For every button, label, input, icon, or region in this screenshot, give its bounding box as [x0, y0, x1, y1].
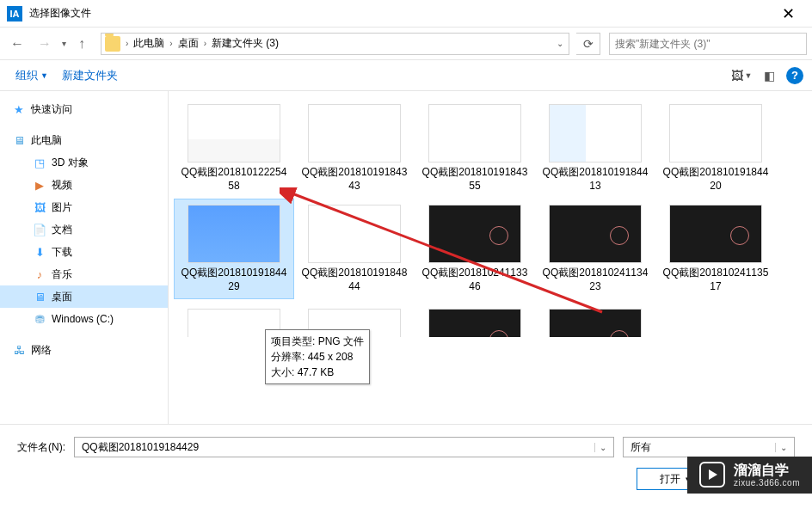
sidebar-item-music[interactable]: ♪音乐: [0, 263, 168, 285]
file-item[interactable]: QQ截图20181019184420: [655, 98, 776, 199]
recent-locations-button[interactable]: ▾: [60, 39, 66, 48]
sidebar-item-network[interactable]: 🖧 网络: [0, 339, 168, 361]
pc-icon: 🖥: [12, 133, 26, 147]
crumb-sep-icon: ›: [202, 39, 208, 48]
filename-label: 文件名(N):: [17, 440, 65, 455]
file-item[interactable]: QQ截图20181012225458: [174, 98, 294, 199]
filetype-combobox[interactable]: 所有 ⌄: [623, 437, 795, 457]
organize-button[interactable]: 组织▼: [9, 64, 55, 87]
sidebar-item-desktop[interactable]: 🖥桌面: [0, 285, 168, 308]
thumbnail-icon: [669, 104, 762, 163]
sidebar-item-downloads[interactable]: ⬇下载: [0, 241, 168, 263]
navbar: ← → ▾ ↑ › 此电脑 › 桌面 › 新建文件夹 (3) ⌄ ⟳: [0, 28, 812, 60]
thumbnail-icon: [549, 104, 642, 163]
sidebar-item-quick-access[interactable]: ★ 快速访问: [0, 98, 168, 120]
sidebar-item-documents[interactable]: 📄文档: [0, 218, 168, 241]
file-name: QQ截图20181024113346: [421, 267, 529, 293]
picture-icon: 🖼: [33, 200, 46, 214]
sidebar-item-videos[interactable]: ▶视频: [0, 174, 168, 196]
breadcrumb[interactable]: 新建文件夹 (3): [208, 36, 282, 51]
thumbnail-icon: [188, 104, 280, 163]
file-name: QQ截图20181019184844: [300, 267, 409, 293]
objects-icon: ◳: [33, 156, 46, 169]
sidebar-item-label: 下载: [52, 245, 72, 260]
file-name: QQ截图20181019184413: [541, 166, 649, 193]
sidebar-item-label: 桌面: [52, 290, 72, 304]
file-name: QQ截图20181019184343: [300, 166, 409, 193]
search-box[interactable]: [609, 33, 807, 55]
toolbar: 组织▼ 新建文件夹 🖼▼ ◧ ?: [0, 60, 812, 91]
sidebar-item-label: 快速访问: [31, 102, 72, 117]
search-input[interactable]: [615, 38, 801, 50]
file-item[interactable]: QQ截图20181019184429: [174, 199, 294, 299]
file-name: QQ截图20181012225458: [180, 166, 288, 193]
back-button[interactable]: ←: [5, 32, 29, 56]
titlebar: IA 选择图像文件 ✕: [0, 0, 812, 28]
breadcrumb[interactable]: 桌面: [175, 36, 202, 51]
sidebar-item-this-pc[interactable]: 🖥 此电脑: [0, 129, 168, 151]
play-icon: [699, 462, 725, 488]
network-icon: 🖧: [12, 343, 26, 357]
star-icon: ★: [12, 102, 26, 116]
file-grid: QQ截图20181012225458QQ截图20181019184343QQ截图…: [174, 98, 807, 299]
address-dropdown-icon[interactable]: ⌄: [555, 39, 565, 48]
music-icon: ♪: [33, 267, 46, 281]
preview-pane-icon[interactable]: ◧: [759, 65, 779, 86]
view-menu-icon[interactable]: 🖼▼: [731, 65, 752, 86]
filename-input[interactable]: [78, 441, 594, 453]
thumbnail-icon: [188, 205, 280, 263]
thumbnail-icon: [669, 205, 762, 263]
tooltip-line: 分辨率: 445 x 208: [271, 349, 364, 365]
window-title: 选择图像文件: [29, 6, 771, 21]
new-folder-button[interactable]: 新建文件夹: [55, 64, 125, 87]
close-button[interactable]: ✕: [771, 0, 805, 28]
file-item[interactable]: QQ截图20181019184343: [294, 98, 415, 199]
sidebar-item-label: Windows (C:): [52, 313, 114, 325]
file-item[interactable]: QQ截图20181019184844: [294, 199, 415, 299]
sidebar-item-label: 3D 对象: [52, 156, 89, 170]
watermark: 溜溜自学 zixue.3d66.com: [687, 457, 812, 494]
help-icon[interactable]: ?: [786, 67, 803, 84]
up-button[interactable]: ↑: [70, 32, 94, 56]
thumbnail-icon: [549, 205, 642, 263]
forward-button[interactable]: →: [33, 32, 57, 56]
folder-icon: [105, 36, 120, 52]
thumbnail-icon: [308, 205, 401, 263]
sidebar-item-label: 图片: [52, 200, 72, 215]
file-name: QQ截图20181024113517: [661, 267, 770, 293]
breadcrumb[interactable]: 此电脑: [130, 36, 168, 51]
app-icon: IA: [7, 6, 22, 21]
sidebar-item-label: 此电脑: [31, 133, 62, 148]
file-name: QQ截图20181019184420: [661, 166, 770, 193]
refresh-button[interactable]: ⟳: [576, 33, 600, 55]
tooltip-line: 项目类型: PNG 文件: [271, 334, 364, 349]
thumbnail-icon: [428, 104, 521, 163]
sidebar-item-label: 文档: [52, 223, 72, 237]
sidebar: ★ 快速访问 🖥 此电脑 ◳3D 对象 ▶视频 🖼图片 📄文档 ⬇下载 ♪音乐 …: [0, 91, 169, 424]
desktop-icon: 🖥: [33, 290, 46, 304]
filename-combobox[interactable]: ⌄: [74, 437, 614, 457]
file-item[interactable]: QQ截图20181024113517: [655, 199, 776, 299]
file-item[interactable]: [415, 303, 535, 337]
thumbnail-icon: [549, 309, 642, 337]
file-item[interactable]: QQ截图20181024113423: [535, 199, 655, 299]
thumbnail-icon: [428, 205, 521, 263]
thumbnail-icon: [308, 104, 401, 163]
file-item[interactable]: QQ截图20181024113346: [415, 199, 535, 299]
drive-icon: ⛃: [33, 312, 46, 326]
file-item[interactable]: [535, 303, 655, 337]
chevron-down-icon[interactable]: ⌄: [594, 443, 610, 452]
file-name: QQ截图20181019184355: [421, 166, 529, 193]
file-item[interactable]: QQ截图20181019184355: [415, 98, 535, 199]
sidebar-item-drive-c[interactable]: ⛃Windows (C:): [0, 308, 168, 330]
sidebar-item-3d-objects[interactable]: ◳3D 对象: [0, 151, 168, 174]
file-item[interactable]: QQ截图20181019184413: [535, 98, 655, 199]
sidebar-item-pictures[interactable]: 🖼图片: [0, 196, 168, 218]
crumb-sep-icon: ›: [168, 39, 174, 48]
chevron-down-icon[interactable]: ⌄: [775, 443, 790, 452]
document-icon: 📄: [33, 223, 46, 236]
file-name: QQ截图20181024113423: [541, 267, 649, 293]
address-bar[interactable]: › 此电脑 › 桌面 › 新建文件夹 (3) ⌄: [101, 33, 569, 55]
filetype-label: 所有: [627, 440, 775, 455]
download-icon: ⬇: [33, 245, 46, 259]
